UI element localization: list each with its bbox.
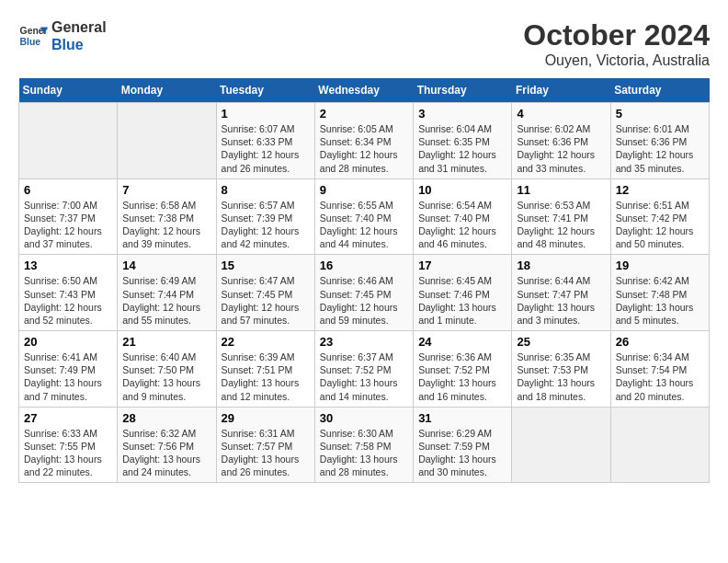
calendar-cell: 5 Sunrise: 6:01 AM Sunset: 6:36 PM Dayli… [610, 103, 709, 179]
title-block: October 2024 Ouyen, Victoria, Australia [523, 18, 710, 69]
sunset-text: Sunset: 7:38 PM [122, 213, 194, 224]
day-number: 21 [122, 335, 210, 349]
sunset-text: Sunset: 7:40 PM [320, 213, 392, 224]
calendar-cell: 14 Sunrise: 6:49 AM Sunset: 7:44 PM Dayl… [118, 255, 216, 331]
weekday-monday: Monday [118, 78, 216, 103]
calendar-cell: 15 Sunrise: 6:47 AM Sunset: 7:45 PM Dayl… [216, 255, 314, 331]
calendar-cell: 3 Sunrise: 6:04 AM Sunset: 6:35 PM Dayli… [414, 103, 512, 179]
daylight-text: Daylight: 13 hours and 26 minutes. [222, 454, 300, 477]
sunset-text: Sunset: 7:52 PM [418, 364, 490, 375]
daylight-text: Daylight: 13 hours and 28 minutes. [320, 454, 398, 477]
sunset-text: Sunset: 7:50 PM [122, 364, 194, 375]
sunrise-text: Sunrise: 6:49 AM [122, 275, 196, 286]
calendar-cell: 27 Sunrise: 6:33 AM Sunset: 7:55 PM Dayl… [19, 407, 118, 483]
day-info: Sunrise: 6:41 AM Sunset: 7:49 PM Dayligh… [24, 350, 112, 403]
calendar-cell: 10 Sunrise: 6:54 AM Sunset: 7:40 PM Dayl… [414, 178, 512, 255]
day-number: 9 [320, 183, 408, 197]
calendar-cell: 20 Sunrise: 6:41 AM Sunset: 7:49 PM Dayl… [19, 331, 118, 408]
sunset-text: Sunset: 7:52 PM [320, 364, 392, 375]
sunrise-text: Sunrise: 6:46 AM [320, 275, 393, 286]
sunset-text: Sunset: 6:35 PM [418, 136, 490, 147]
daylight-text: Daylight: 13 hours and 22 minutes. [24, 454, 102, 477]
calendar-cell [610, 407, 709, 483]
daylight-text: Daylight: 12 hours and 44 minutes. [320, 225, 398, 249]
day-number: 5 [616, 107, 704, 121]
daylight-text: Daylight: 12 hours and 57 minutes. [222, 302, 300, 326]
calendar-week-3: 13 Sunrise: 6:50 AM Sunset: 7:43 PM Dayl… [19, 255, 710, 331]
sunrise-text: Sunrise: 6:35 AM [517, 351, 590, 362]
logo: General Blue General Blue [18, 18, 107, 53]
sunset-text: Sunset: 7:57 PM [222, 441, 293, 452]
sunrise-text: Sunrise: 6:53 AM [517, 200, 590, 211]
daylight-text: Daylight: 12 hours and 59 minutes. [320, 302, 398, 326]
day-info: Sunrise: 7:00 AM Sunset: 7:37 PM Dayligh… [24, 199, 112, 251]
calendar-cell: 25 Sunrise: 6:35 AM Sunset: 7:53 PM Dayl… [512, 331, 610, 408]
sunrise-text: Sunrise: 6:04 AM [418, 123, 492, 134]
day-number: 10 [418, 183, 506, 197]
calendar-cell [512, 407, 610, 483]
day-number: 20 [24, 335, 112, 349]
sunrise-text: Sunrise: 6:45 AM [418, 275, 492, 286]
sunset-text: Sunset: 7:45 PM [222, 289, 293, 300]
day-number: 6 [24, 183, 112, 197]
daylight-text: Daylight: 12 hours and 39 minutes. [122, 225, 200, 249]
sunrise-text: Sunrise: 6:44 AM [517, 275, 590, 286]
sunset-text: Sunset: 7:58 PM [320, 441, 392, 452]
sunset-text: Sunset: 7:53 PM [517, 364, 588, 375]
day-info: Sunrise: 6:42 AM Sunset: 7:48 PM Dayligh… [616, 274, 704, 327]
day-info: Sunrise: 6:47 AM Sunset: 7:45 PM Dayligh… [222, 274, 310, 327]
day-info: Sunrise: 6:45 AM Sunset: 7:46 PM Dayligh… [418, 274, 506, 327]
weekday-tuesday: Tuesday [216, 78, 314, 103]
day-info: Sunrise: 6:55 AM Sunset: 7:40 PM Dayligh… [320, 199, 408, 251]
day-number: 4 [517, 107, 605, 121]
sunset-text: Sunset: 6:33 PM [222, 136, 293, 147]
sunrise-text: Sunrise: 6:51 AM [616, 200, 689, 211]
calendar-cell: 26 Sunrise: 6:34 AM Sunset: 7:54 PM Dayl… [610, 331, 709, 408]
calendar-cell: 17 Sunrise: 6:45 AM Sunset: 7:46 PM Dayl… [414, 255, 512, 331]
calendar-cell: 2 Sunrise: 6:05 AM Sunset: 6:34 PM Dayli… [314, 103, 413, 179]
sunrise-text: Sunrise: 6:31 AM [222, 428, 295, 439]
sunrise-text: Sunrise: 6:39 AM [222, 351, 295, 362]
day-number: 18 [517, 259, 605, 272]
daylight-text: Daylight: 12 hours and 48 minutes. [517, 225, 595, 249]
day-info: Sunrise: 6:54 AM Sunset: 7:40 PM Dayligh… [418, 199, 506, 251]
day-number: 29 [222, 411, 310, 425]
sunset-text: Sunset: 7:40 PM [418, 213, 490, 224]
sunset-text: Sunset: 6:36 PM [517, 136, 588, 147]
weekday-friday: Friday [512, 78, 610, 103]
sunrise-text: Sunrise: 6:54 AM [418, 200, 492, 211]
sunset-text: Sunset: 6:36 PM [616, 136, 688, 147]
day-number: 27 [24, 411, 112, 425]
logo-general: General [51, 18, 107, 36]
day-number: 7 [122, 183, 210, 197]
daylight-text: Daylight: 12 hours and 37 minutes. [24, 225, 102, 249]
sunrise-text: Sunrise: 6:57 AM [222, 200, 295, 211]
calendar-body: 1 Sunrise: 6:07 AM Sunset: 6:33 PM Dayli… [19, 103, 710, 483]
calendar-cell: 18 Sunrise: 6:44 AM Sunset: 7:47 PM Dayl… [512, 255, 610, 331]
calendar-cell [19, 103, 118, 179]
sunrise-text: Sunrise: 6:33 AM [24, 428, 97, 439]
daylight-text: Daylight: 13 hours and 18 minutes. [517, 377, 595, 401]
day-number: 11 [517, 183, 605, 197]
day-number: 1 [222, 107, 310, 121]
calendar-cell: 21 Sunrise: 6:40 AM Sunset: 7:50 PM Dayl… [118, 331, 216, 408]
calendar-cell: 31 Sunrise: 6:29 AM Sunset: 7:59 PM Dayl… [414, 407, 512, 483]
daylight-text: Daylight: 13 hours and 16 minutes. [418, 377, 496, 401]
calendar-week-4: 20 Sunrise: 6:41 AM Sunset: 7:49 PM Dayl… [19, 331, 710, 408]
sunrise-text: Sunrise: 6:41 AM [24, 351, 97, 362]
day-info: Sunrise: 6:37 AM Sunset: 7:52 PM Dayligh… [320, 350, 408, 403]
sunset-text: Sunset: 7:59 PM [418, 441, 490, 452]
day-info: Sunrise: 6:01 AM Sunset: 6:36 PM Dayligh… [616, 122, 704, 175]
day-info: Sunrise: 6:35 AM Sunset: 7:53 PM Dayligh… [517, 350, 605, 403]
day-number: 30 [320, 411, 408, 425]
sunset-text: Sunset: 7:48 PM [616, 289, 688, 300]
sunrise-text: Sunrise: 6:01 AM [616, 123, 689, 134]
calendar-cell: 29 Sunrise: 6:31 AM Sunset: 7:57 PM Dayl… [216, 407, 314, 483]
sunset-text: Sunset: 7:55 PM [24, 441, 96, 452]
daylight-text: Daylight: 12 hours and 50 minutes. [616, 225, 694, 249]
daylight-text: Daylight: 13 hours and 1 minute. [418, 302, 496, 326]
day-number: 19 [616, 259, 704, 272]
daylight-text: Daylight: 13 hours and 24 minutes. [122, 454, 200, 477]
calendar-cell: 23 Sunrise: 6:37 AM Sunset: 7:52 PM Dayl… [314, 331, 413, 408]
calendar-cell: 8 Sunrise: 6:57 AM Sunset: 7:39 PM Dayli… [216, 178, 314, 255]
